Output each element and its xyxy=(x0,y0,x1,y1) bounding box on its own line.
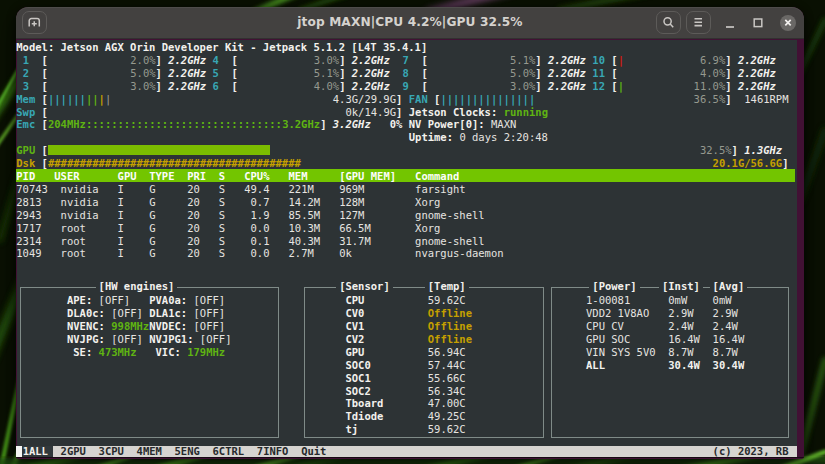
process-row-text: 10.3M xyxy=(288,222,320,235)
cpu-row-text: 2 xyxy=(23,67,29,80)
cpu-row-text: 2.2GHz xyxy=(738,80,776,93)
hw-engine-row-text: APE: xyxy=(67,294,92,307)
power-row-text: CPU CV xyxy=(586,320,624,333)
swap-clocks-row-text: Swp xyxy=(16,106,35,119)
sensor-row-text: 57.44C xyxy=(428,359,466,372)
process-row-text: 66.5M xyxy=(339,222,371,235)
cpu-row-text: | xyxy=(618,54,624,67)
emc-power-row-text: NV Power[0]: xyxy=(409,118,485,131)
sensor-row-text: 56.94C xyxy=(428,346,466,359)
mem-fan-row-text: 4.3G/29.9G xyxy=(333,93,396,106)
process-row-text: root xyxy=(61,247,86,260)
process-row-text: 20 xyxy=(187,247,200,260)
process-row-text: S xyxy=(219,247,225,260)
process-row-text: gnome-shell xyxy=(415,235,485,248)
sensor-row-text: CV1 xyxy=(345,320,364,333)
emc-power-row-text: 3.2GHz xyxy=(282,118,320,131)
mem-fan-row-text: 36.5% xyxy=(694,93,726,106)
sensor-row-text: 49.25C xyxy=(428,410,466,423)
cpu-row-text: [ xyxy=(232,54,238,67)
menu-item-7info[interactable]: 7INFO xyxy=(257,446,289,457)
power-row-text: 16.4W xyxy=(668,333,700,346)
gpu-row-text: GPU xyxy=(16,144,35,157)
power-row-text: GPU SOC xyxy=(586,333,630,346)
process-row-text: gnome-shell xyxy=(415,209,485,222)
process-row-text: G xyxy=(149,247,155,260)
menu-item-5eng[interactable]: 5ENG xyxy=(175,446,200,457)
cpu-row-text: 9 xyxy=(402,80,408,93)
cpu-row-text: 2.2GHz xyxy=(738,54,776,67)
power-box-title: [Avg] xyxy=(710,280,748,293)
hw-engine-row-text: 473MHz xyxy=(99,346,137,359)
process-row-text: 0.7 xyxy=(251,196,270,209)
process-header-row-text: Command xyxy=(415,170,459,183)
process-header-row-text: [GPU MEM] xyxy=(339,170,396,183)
power-row-text: 16.4W xyxy=(713,333,745,346)
mem-fan-row-text: ] xyxy=(725,93,731,106)
process-row-text: S xyxy=(219,183,225,196)
process-row-text: S xyxy=(219,209,225,222)
disk-row-text: ] xyxy=(782,157,788,170)
gpu-row-text: 32.5% xyxy=(700,144,732,157)
sensor-row-text: SOC1 xyxy=(345,372,370,385)
cpu-row-text: ] xyxy=(725,54,731,67)
menu-item-6ctrl[interactable]: 6CTRL xyxy=(213,446,245,457)
cpu-row-text: 5 xyxy=(213,67,219,80)
process-row-text: Xorg xyxy=(415,222,440,235)
hw-engine-row-text: NVJPG1: xyxy=(149,333,193,346)
power-row-text: 30.4W xyxy=(713,359,745,372)
cpu-row-text: 1 xyxy=(23,54,29,67)
cpu-row-text: 6.9% xyxy=(700,54,725,67)
cpu-row-text: 2.2GHz xyxy=(352,67,390,80)
uptime-row-text: Uptime: xyxy=(409,131,453,144)
cpu-row-text: [ xyxy=(421,67,427,80)
cpu-row-text: 3.0% xyxy=(314,54,339,67)
disk-row-text: 20.1G/56.6G xyxy=(713,157,783,170)
cpu-row-text: 11.0% xyxy=(694,80,726,93)
menu-item-quit[interactable]: Quit xyxy=(301,446,326,457)
mem-fan-row-text: |||||| xyxy=(48,93,86,106)
sensor-row-text: Offline xyxy=(428,333,472,346)
sensor-row-text: CPU xyxy=(345,294,364,307)
hw-engines-box-title: [HW engines] xyxy=(96,280,178,293)
sensor-row-text: GPU xyxy=(345,346,364,359)
mem-fan-row-text: ||||||||||||||| xyxy=(440,93,535,106)
cpu-row-text: 2.0% xyxy=(130,54,155,67)
hw-engine-row-text: NVENC: xyxy=(67,320,105,333)
process-row-text: 2.7M xyxy=(288,247,313,260)
cpu-row-text: 11 xyxy=(592,67,605,80)
process-row-text: I xyxy=(118,209,124,222)
power-row-text: 8.7W xyxy=(668,346,693,359)
emc-power-row-text: 0% xyxy=(390,118,403,131)
process-row-text: 128M xyxy=(339,196,364,209)
gpu-row-text: ] xyxy=(732,144,738,157)
swap-clocks-row-text: running xyxy=(504,106,548,119)
cpu-row-text: 2.2GHz xyxy=(352,54,390,67)
cpu-row-text: [ xyxy=(232,80,238,93)
process-row-text: 0.0 xyxy=(251,222,270,235)
power-row-text: 1-00081 xyxy=(586,294,630,307)
menu-item-1all[interactable]: 1ALL xyxy=(23,446,48,457)
hw-engine-row-text: VIC: xyxy=(156,346,181,359)
hw-engine-row-text: [OFF] xyxy=(200,333,232,346)
cpu-row-text: 2.2GHz xyxy=(168,54,206,67)
sensor-row-text: 55.66C xyxy=(428,372,466,385)
sensor-row-text: tj xyxy=(345,423,358,436)
process-row-text: 0.1 xyxy=(251,235,270,248)
cpu-row-text: [ xyxy=(232,67,238,80)
disk-row-text: Dsk xyxy=(16,157,35,170)
process-row-text: 20 xyxy=(187,222,200,235)
menu-item-4mem[interactable]: 4MEM xyxy=(137,446,162,457)
cpu-row-text: ] xyxy=(339,67,345,80)
cpu-row-text: [ xyxy=(611,67,617,80)
hw-engine-row-text: DLA1c: xyxy=(149,307,187,320)
cpu-row-text: 2.2GHz xyxy=(352,80,390,93)
sensor-box xyxy=(304,287,544,438)
hw-engine-row-text: 179MHz xyxy=(187,346,225,359)
menu-item-2gpu[interactable]: 2GPU xyxy=(61,446,86,457)
process-row-text: I xyxy=(118,247,124,260)
process-row-text: 1049 xyxy=(16,247,41,260)
cpu-row-text: 5.0% xyxy=(510,67,535,80)
cpu-row-text: [ xyxy=(421,80,427,93)
menu-item-3cpu[interactable]: 3CPU xyxy=(99,446,124,457)
